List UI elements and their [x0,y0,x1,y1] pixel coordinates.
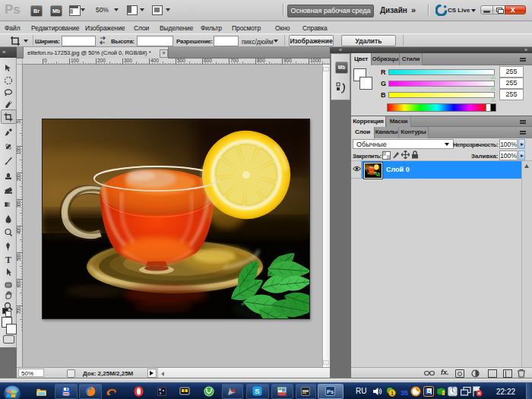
svg-text:Ps: Ps [327,388,334,395]
svg-text:1: 1 [391,391,394,396]
svg-text:T: T [5,255,11,264]
svg-text:S: S [255,387,259,395]
